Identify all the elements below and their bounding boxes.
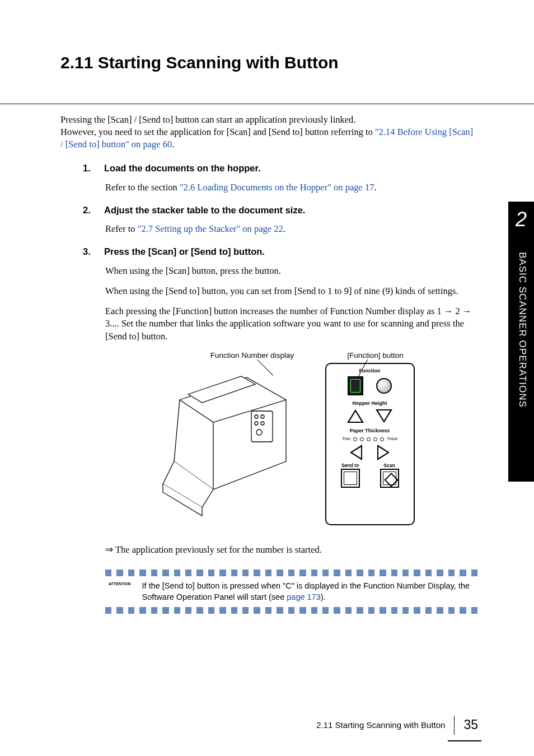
result-text: The application previously set for the n… bbox=[115, 544, 322, 555]
step-3-p1: When using the [Scan] button, press the … bbox=[105, 265, 477, 277]
callout-border-bottom bbox=[105, 607, 477, 614]
step-title: Adjust the stacker table to the document… bbox=[104, 204, 305, 216]
footer-underline bbox=[448, 740, 481, 741]
chapter-title: BASIC SCANNER OPERATIONS bbox=[516, 252, 528, 408]
result-line: ⇒The application previously set for the … bbox=[105, 543, 477, 556]
link-stacker[interactable]: "2.7 Setting up the Stacker" on page 22 bbox=[138, 223, 283, 234]
intro-line2-pre: However, you need to set the application… bbox=[60, 127, 375, 137]
step-2-body: Refer to "2.7 Setting up the Stacker" on… bbox=[105, 223, 477, 235]
attention-callout: ATTENTION If the [Send to] button is pre… bbox=[105, 564, 477, 619]
intro-line1: Pressing the [Scan] / [Send to] button c… bbox=[60, 114, 477, 126]
scan-button-icon bbox=[380, 469, 399, 488]
step-3-p3: Each pressing the [Function] button incr… bbox=[105, 305, 477, 343]
thick-label: Thick bbox=[387, 436, 397, 442]
footer-section-title: 2.11 Starting Scanning with Button bbox=[316, 720, 445, 731]
step-1-pre: Refer to the section bbox=[105, 182, 180, 193]
control-panel: Function Hopper Height Paper Thickness bbox=[325, 363, 415, 525]
sendto-button-icon bbox=[341, 469, 360, 488]
attention-text: If the [Send to] button is pressed when … bbox=[142, 581, 477, 603]
scanner-illustration bbox=[157, 361, 303, 517]
function-button bbox=[376, 378, 392, 394]
step-1-body: Refer to the section "2.6 Loading Docume… bbox=[105, 181, 477, 194]
panel-hopper-label: Hopper Height bbox=[331, 400, 409, 407]
hopper-down-icon bbox=[376, 409, 392, 423]
panel-thickness-label: Paper Thickness bbox=[331, 427, 409, 434]
panel-function-label: Function bbox=[331, 367, 409, 374]
step-number: 1. bbox=[83, 162, 92, 174]
result-arrow-icon: ⇒ bbox=[105, 543, 115, 556]
link-loading-docs[interactable]: "2.6 Loading Documents on the Hopper" on… bbox=[180, 182, 374, 193]
page-content: 2.11 Starting Scanning with Button Press… bbox=[60, 52, 477, 629]
intro-line2: However, you need to set the application… bbox=[60, 126, 477, 151]
diagram-label-function-button: [Function] button bbox=[342, 351, 409, 361]
step-title: Press the [Scan] or [Send to] button. bbox=[104, 245, 265, 258]
diagram-label-function-number: Function Number display bbox=[202, 351, 303, 361]
diagram: Function Number display [Function] butto… bbox=[157, 351, 426, 535]
link-page-173[interactable]: page 173 bbox=[287, 592, 320, 601]
step-2-post: . bbox=[283, 223, 285, 234]
step-3: 3. Press the [Scan] or [Send to] button.… bbox=[83, 245, 477, 619]
hopper-up-icon bbox=[347, 409, 364, 423]
intro-block: Pressing the [Scan] / [Send to] button c… bbox=[60, 114, 477, 151]
page-heading: 2.11 Starting Scanning with Button bbox=[60, 52, 477, 74]
step-number: 2. bbox=[83, 204, 92, 216]
step-title: Load the documents on the hopper. bbox=[104, 162, 261, 174]
step-1-post: . bbox=[374, 182, 376, 193]
step-2-pre: Refer to bbox=[105, 223, 138, 234]
function-number-display bbox=[348, 376, 363, 395]
svg-point-4 bbox=[261, 422, 264, 425]
chapter-tab: 2 BASIC SCANNER OPERATIONS bbox=[508, 202, 534, 482]
attention-text-b: ). bbox=[321, 592, 326, 601]
step-2: 2. Adjust the stacker table to the docum… bbox=[83, 204, 477, 236]
thickness-left-icon bbox=[350, 445, 362, 460]
callout-border-top bbox=[105, 570, 477, 576]
chapter-number: 2 bbox=[508, 202, 534, 234]
step-3-p2: When using the [Send to] button, you can… bbox=[105, 285, 477, 297]
thickness-indicator: Thin Thick bbox=[331, 436, 409, 442]
page-number: 35 bbox=[454, 716, 478, 735]
intro-line2-post: . bbox=[172, 139, 174, 150]
scan-label: Scan bbox=[380, 463, 399, 469]
svg-point-5 bbox=[256, 430, 262, 435]
svg-point-1 bbox=[255, 415, 258, 418]
svg-point-2 bbox=[261, 415, 264, 418]
step-number: 3. bbox=[83, 245, 92, 258]
thin-label: Thin bbox=[342, 436, 351, 442]
attention-label: ATTENTION bbox=[109, 581, 131, 586]
page-footer: 2.11 Starting Scanning with Button 35 bbox=[316, 716, 478, 735]
svg-point-3 bbox=[255, 422, 258, 425]
steps-list: 1. Load the documents on the hopper. Ref… bbox=[83, 162, 477, 619]
step-1: 1. Load the documents on the hopper. Ref… bbox=[83, 162, 477, 194]
sendto-label: Send to bbox=[341, 463, 360, 469]
thickness-right-icon bbox=[377, 445, 390, 460]
